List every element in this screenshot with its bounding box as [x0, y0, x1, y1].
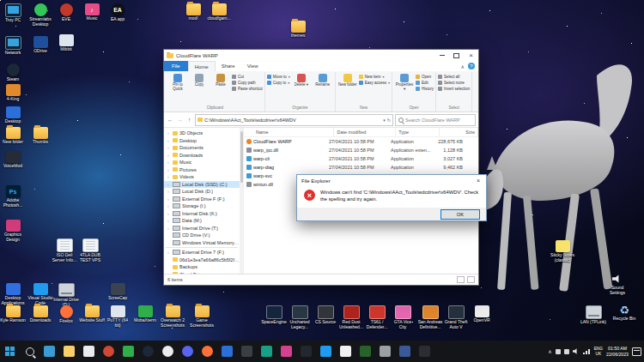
taskbar-app-blue-2-app-button[interactable]: [395, 341, 415, 362]
file-row-warp-diag[interactable]: warp-diag27/04/2021 10:58 PMApplication9…: [244, 163, 478, 172]
desktop-icon-game-screenshots[interactable]: Game Screenshots: [189, 305, 215, 329]
desktop-icon-firefox[interactable]: Firefox: [53, 305, 79, 324]
sidebar-item-internal-drive-t[interactable]: ›Internal Drive (T:): [164, 225, 240, 232]
sidebar-item-external-drive-f-f[interactable]: ›External Drive F (F:): [164, 196, 240, 203]
file-row-cloudflare-warp[interactable]: CloudFlare WARP27/04/2021 10:58 PMApplic…: [244, 137, 478, 146]
hidden-icons-button[interactable]: ∧: [548, 348, 551, 354]
paste-button[interactable]: Paste: [210, 72, 231, 87]
taskbar-app-pink-1-app-button[interactable]: [276, 341, 296, 362]
sidebar-scrollbar[interactable]: [240, 128, 243, 274]
file-row-warp-cli[interactable]: warp-cli27/04/2021 10:58 PMApplication3,…: [244, 154, 478, 163]
taskbar-app-white-1-app-button[interactable]: [79, 341, 99, 362]
delete-button[interactable]: Delete ▾: [291, 72, 312, 87]
chevron-icon[interactable]: ›: [167, 250, 171, 255]
maximize-button[interactable]: [449, 50, 464, 61]
desktop-icon-iso-dell-server-info[interactable]: ISO Dell Server Info...: [52, 238, 77, 263]
taskbar-file-explorer-app-button[interactable]: [59, 341, 79, 362]
copy-path-button[interactable]: Copy path: [232, 81, 263, 85]
search-box[interactable]: Search CloudFlare WARP: [395, 114, 476, 126]
dialog-close-button[interactable]: ×: [471, 175, 486, 186]
chevron-icon[interactable]: ›: [167, 174, 171, 179]
desktop-icon-4-king[interactable]: 4-King: [0, 84, 26, 102]
sidebar-item-3d-objects[interactable]: ›3D Objects: [164, 130, 240, 137]
properties-button[interactable]: Properties ▾: [394, 72, 415, 91]
desktop-icon-streamlabs-desktop[interactable]: Streamlabs Desktop: [27, 3, 53, 27]
desktop-icon-themes[interactable]: themes: [285, 21, 311, 39]
taskbar-vscode-app-button[interactable]: [316, 341, 336, 362]
paste-shortcut-button[interactable]: Paste shortcut: [232, 87, 263, 91]
ok-button[interactable]: OK: [440, 209, 480, 220]
select-none-button[interactable]: Select none: [438, 81, 470, 85]
desktop-icon-network[interactable]: Network: [0, 36, 26, 56]
chevron-icon[interactable]: ›: [167, 218, 171, 223]
desktop-icon-san-andreas-definitive[interactable]: San Andreas Definitive...: [417, 305, 443, 330]
taskbar-app-dark-3-app-button[interactable]: [415, 341, 434, 362]
column-header-date-modified[interactable]: Date modified: [334, 128, 396, 136]
desktop-icon-mobaxterm[interactable]: MobaXterm: [132, 305, 158, 323]
chevron-icon[interactable]: ›: [167, 130, 171, 136]
column-header-name[interactable]: Name: [244, 128, 334, 136]
chevron-icon[interactable]: ›: [167, 226, 171, 231]
desktop-icon-eve[interactable]: EVE: [53, 3, 79, 22]
cut-button[interactable]: Cut: [232, 75, 263, 79]
tray-app-icon[interactable]: [564, 349, 569, 354]
sidebar-item-windows-virtual-memory-x[interactable]: Windows Virtual Memory (X:): [164, 239, 240, 247]
help-icon[interactable]: ?: [468, 63, 475, 69]
sidebar-item-data-m[interactable]: ›Data (M:): [164, 217, 240, 225]
chevron-icon[interactable]: ›: [167, 153, 171, 158]
sidebar-item-internal-disk-k[interactable]: ›Internal Disk (K:): [164, 210, 240, 218]
desktop-icon-4tla-dub-test-vps[interactable]: 4TLA DUB TEST VPS: [77, 238, 103, 263]
taskbar-app-gray-1-app-button[interactable]: [375, 341, 395, 362]
taskbar-app-green-1-app-button[interactable]: [118, 341, 138, 362]
taskbar-app-green-2-app-button[interactable]: [355, 341, 375, 362]
sidebar-item-external-drive-7-f[interactable]: ›External Drive 7 (F:): [164, 249, 240, 256]
desktop-icon-music[interactable]: ♪Music: [79, 3, 105, 21]
sidebar-item-videos[interactable]: ›Videos: [164, 173, 240, 181]
tab-file[interactable]: File: [164, 61, 188, 71]
scrollbar-thumb[interactable]: [240, 131, 243, 183]
desktop-icon-internal-drive-d[interactable]: Internal Drive (D:): [53, 283, 79, 308]
chevron-icon[interactable]: ›: [167, 167, 171, 172]
clock[interactable]: 01:50 AM 22/06/2023: [606, 346, 629, 357]
sidebar-item-desktop[interactable]: ›Desktop: [164, 137, 240, 145]
taskbar-firefox-app-button[interactable]: [197, 341, 217, 362]
desktop-icon-adobe-photosh[interactable]: PsAdobe Photosh...: [0, 185, 26, 208]
desktop-icon-ea-app[interactable]: EAEA app: [105, 3, 131, 22]
desktop-icon-lan-tplink[interactable]: LAN (TPLink): [580, 305, 606, 325]
sidebar-item-backups[interactable]: Backups: [164, 263, 240, 271]
desktop-icon-downloads[interactable]: Downloads: [27, 305, 53, 323]
desktop-icon-gta-vice-city-definitive[interactable]: GTA Vice City Definitive...: [390, 305, 416, 330]
desktop-icon-mibbit[interactable]: Mibbit: [53, 34, 79, 52]
desktop-icon-openvr[interactable]: OpenVR: [469, 305, 495, 323]
copy-button[interactable]: Copy: [189, 72, 210, 87]
taskbar-search-button[interactable]: [20, 341, 39, 362]
taskbar-steam-app-button[interactable]: [138, 341, 158, 362]
forward-button[interactable]: →: [176, 117, 184, 123]
taskbar-app-red-1-app-button[interactable]: [99, 341, 118, 362]
desktop-icon-overwatch-2-screenshots[interactable]: Overwatch 2 Screenshots: [160, 305, 185, 329]
taskbar-mail-app-button[interactable]: [39, 341, 59, 362]
desktop-icon-thumbs[interactable]: Thumbs: [27, 127, 53, 145]
tab-share[interactable]: Share: [216, 61, 241, 71]
open-button[interactable]: Open: [416, 75, 434, 79]
title-bar[interactable]: CloudFlare WARP ×: [164, 50, 478, 61]
file-row-warp-ipc-dll[interactable]: warp_ipc.dll27/04/2021 10:58 PMApplicati…: [244, 146, 478, 154]
column-header-type[interactable]: Type: [396, 128, 440, 136]
rename-button[interactable]: Rename: [313, 72, 333, 87]
taskbar-app-white-2-app-button[interactable]: [158, 341, 178, 362]
chevron-icon[interactable]: ›: [167, 203, 171, 208]
desktop-icon-screecap[interactable]: ScreeCap: [105, 283, 131, 301]
sidebar-item-06d1e3ea7a66a86c5b5f2fe[interactable]: 06d1e3ea7a66a86c5b5f2fe...: [164, 256, 240, 264]
minimize-button[interactable]: [434, 50, 449, 61]
chevron-icon[interactable]: ›: [167, 160, 171, 165]
chevron-icon[interactable]: ›: [167, 211, 171, 216]
desktop-icon-cloudfgam[interactable]: cloudfgam...: [206, 3, 232, 21]
sidebar-item-downloads[interactable]: ›Downloads: [164, 152, 240, 160]
taskbar-app-dark-1-app-button[interactable]: [237, 341, 257, 362]
desktop-icon-steam[interactable]: Steam: [0, 63, 26, 82]
sidebar-item-pictures[interactable]: ›Pictures: [164, 166, 240, 174]
sidebar-item-storage-i[interactable]: ›Storage (I:): [164, 202, 240, 210]
back-button[interactable]: ←: [167, 117, 174, 123]
sidebar-item-cd-drive-v[interactable]: CD Drive (V:): [164, 232, 240, 239]
new-item-button[interactable]: New item▾: [359, 75, 390, 79]
